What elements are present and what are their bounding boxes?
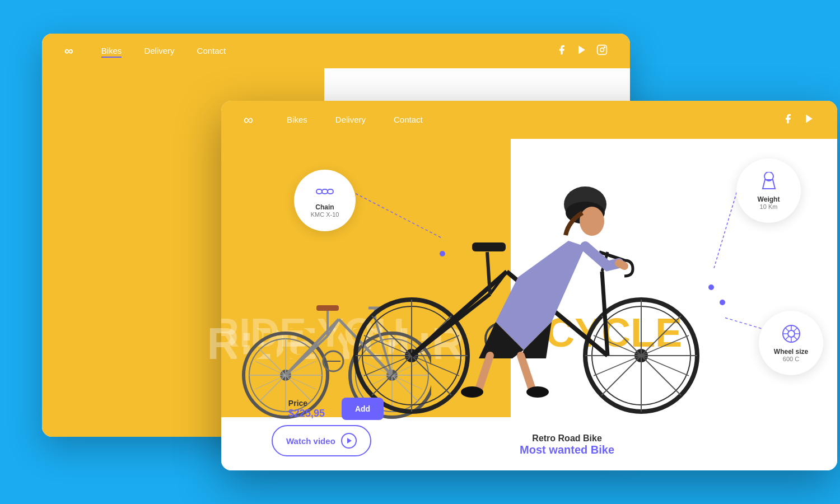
svg-marker-87	[347, 438, 352, 444]
facebook-icon	[556, 44, 567, 58]
weight-connector-dot	[708, 284, 714, 290]
svg-line-80	[785, 328, 789, 332]
price-label-group: Price $225,95	[288, 399, 325, 419]
front-nav-link-contact[interactable]: Contact	[394, 115, 423, 124]
price-value: $225,95	[288, 408, 325, 419]
front-youtube-icon	[804, 113, 815, 127]
front-nav-links: Bikes Delivery Contact	[287, 115, 423, 125]
svg-rect-71	[322, 189, 328, 194]
back-price-section: Price $225,95 Add	[42, 392, 630, 426]
svg-line-83	[785, 336, 789, 340]
bike-info-section: Retro Road Bike Most wanted Bike	[520, 433, 614, 456]
chain-icon	[316, 183, 334, 201]
svg-line-69	[619, 263, 624, 266]
svg-line-54	[412, 294, 490, 356]
svg-line-81	[794, 336, 797, 340]
nav-link-contact[interactable]: Contact	[197, 46, 226, 55]
back-nav: ∞ Bikes Delivery Contact	[42, 34, 630, 68]
back-logo-icon: ∞	[64, 44, 73, 58]
back-nav-social	[556, 44, 608, 58]
weight-bubble: Weight 10 Km	[736, 158, 801, 223]
price-label: Price	[288, 399, 325, 408]
youtube-icon	[576, 44, 587, 58]
add-to-cart-button[interactable]: Add	[342, 398, 384, 420]
nav-link-delivery[interactable]: Delivery	[144, 46, 174, 55]
front-nav-link-bikes[interactable]: Bikes	[287, 115, 307, 124]
svg-marker-33	[806, 114, 813, 123]
chain-label: Chain	[315, 203, 334, 211]
weight-value: 10 Km	[760, 203, 778, 210]
nav-item-bikes[interactable]: Bikes	[101, 46, 122, 56]
svg-rect-70	[316, 189, 322, 194]
front-nav-item-contact[interactable]: Contact	[394, 115, 423, 125]
front-nav-item-delivery[interactable]: Delivery	[335, 115, 366, 125]
front-facebook-icon	[782, 113, 794, 127]
back-nav-links: Bikes Delivery Contact	[101, 46, 226, 56]
svg-point-3	[604, 46, 605, 48]
nav-item-contact[interactable]: Contact	[197, 46, 226, 56]
rider-image	[333, 148, 714, 417]
nav-item-delivery[interactable]: Delivery	[144, 46, 174, 56]
chain-value: KMC X-10	[311, 211, 339, 218]
wheel-size-icon	[782, 324, 801, 346]
svg-rect-1	[598, 45, 607, 54]
front-nav-item-bikes[interactable]: Bikes	[287, 115, 307, 125]
svg-marker-0	[578, 45, 585, 54]
play-icon	[341, 433, 357, 449]
bike-name-label: Retro Road Bike	[520, 433, 614, 444]
wheel-connector-dot	[720, 300, 725, 305]
svg-line-66	[521, 356, 532, 389]
front-nav-social	[782, 113, 815, 127]
nav-link-bikes[interactable]: Bikes	[101, 46, 122, 58]
weight-icon	[760, 172, 777, 193]
watch-video-button[interactable]: Watch video	[272, 425, 371, 456]
svg-line-65	[479, 356, 490, 389]
front-nav-link-delivery[interactable]: Delivery	[335, 115, 366, 124]
front-logo-icon: ∞	[244, 112, 253, 128]
svg-rect-72	[328, 189, 333, 194]
svg-line-58	[602, 272, 608, 356]
wheel-size-label: Wheel size	[774, 348, 808, 356]
svg-point-2	[600, 48, 604, 52]
watch-video-label: Watch video	[286, 436, 335, 446]
front-nav: ∞ Bikes Delivery Contact	[221, 101, 837, 139]
chain-connector-dot	[440, 251, 445, 256]
chain-bubble: Chain KMC X-10	[294, 170, 356, 231]
wheel-size-value: 600 C	[783, 356, 799, 362]
svg-line-82	[794, 328, 797, 332]
weight-label: Weight	[758, 195, 780, 203]
wheel-size-bubble: Wheel size 600 C	[759, 311, 823, 375]
svg-point-64	[580, 207, 604, 236]
bike-tagline-label: Most wanted Bike	[520, 444, 614, 456]
instagram-icon	[596, 44, 608, 58]
svg-rect-57	[472, 242, 506, 251]
